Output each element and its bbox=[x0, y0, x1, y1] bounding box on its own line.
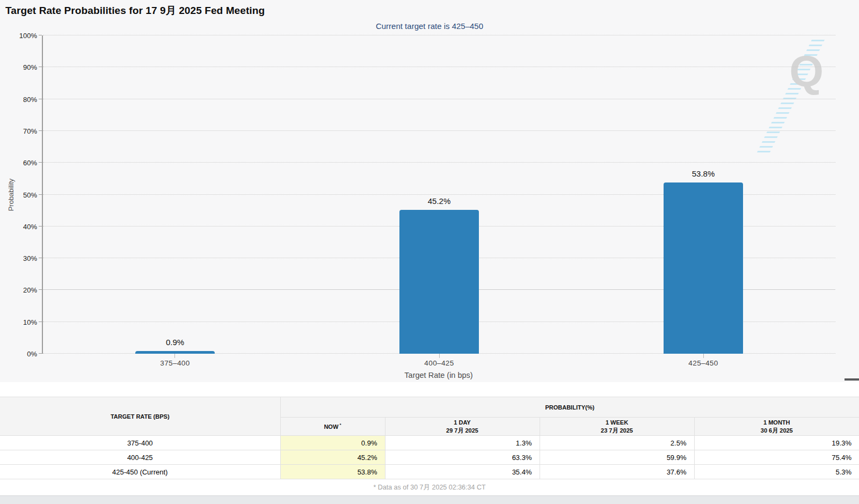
month-value-cell: 19.3% bbox=[694, 436, 859, 450]
y-tick-label: 100% bbox=[19, 32, 37, 40]
y-tick-label: 30% bbox=[23, 254, 37, 262]
y-axis-tick bbox=[39, 194, 42, 195]
y-tick-label: 90% bbox=[23, 63, 37, 71]
footnote: * Data as of 30 7月 2025 02:36:34 CT bbox=[0, 479, 859, 495]
y-tick-label: 10% bbox=[23, 318, 37, 326]
x-category-label: 425–450 bbox=[650, 359, 757, 367]
rate-cell: 375-400 bbox=[0, 436, 280, 450]
day-value-cell: 63.3% bbox=[385, 450, 540, 465]
col-header-probability-group: PROBABILITY(%) bbox=[280, 397, 859, 418]
table-row: 400-42545.2%63.3%59.9%75.4% bbox=[0, 450, 859, 465]
watermark-swoosh bbox=[751, 40, 831, 152]
x-axis-label: Target Rate (in bps) bbox=[42, 371, 835, 379]
chart-header: Target Rate Probabilities for 17 9月 2025… bbox=[0, 0, 859, 18]
col-header-now: NOW * bbox=[280, 418, 385, 436]
col-header-month: 1 MONTH30 6月 2025 bbox=[694, 418, 859, 436]
gridline bbox=[43, 67, 835, 67]
now-value-cell: 53.8% bbox=[280, 465, 385, 479]
chart-section: Target Rate Probabilities for 17 9月 2025… bbox=[0, 0, 859, 382]
x-axis-tick bbox=[439, 354, 440, 358]
x-axis-tick bbox=[174, 354, 175, 358]
week-value-cell: 2.5% bbox=[540, 436, 694, 450]
y-axis-tick bbox=[39, 130, 42, 131]
probability-table-section: TARGET RATE (BPS) PROBABILITY(%) NOW *1 … bbox=[0, 397, 859, 479]
y-axis-tick bbox=[39, 162, 42, 163]
gridline bbox=[43, 162, 835, 163]
rate-cell: 400-425 bbox=[0, 450, 280, 465]
page-title: Target Rate Probabilities for 17 9月 2025… bbox=[5, 4, 265, 18]
day-value-cell: 1.3% bbox=[385, 436, 540, 450]
y-axis-tick bbox=[39, 99, 42, 99]
x-category-label: 375–400 bbox=[121, 359, 229, 367]
month-value-cell: 5.3% bbox=[694, 465, 859, 479]
probability-bar bbox=[399, 210, 479, 354]
day-value-cell: 35.4% bbox=[385, 465, 540, 479]
table-row: 375-4000.9%1.3%2.5%19.3% bbox=[0, 436, 859, 450]
table-row: 425-450 (Current)53.8%35.4%37.6%5.3% bbox=[0, 465, 859, 479]
y-axis-tick bbox=[39, 353, 42, 354]
watermark-q-letter: Q bbox=[789, 49, 824, 93]
bar-value-label: 45.2% bbox=[396, 196, 482, 206]
gridline bbox=[43, 130, 835, 131]
col-header-target-rate: TARGET RATE (BPS) bbox=[0, 397, 280, 436]
bar-value-label: 0.9% bbox=[132, 338, 218, 347]
col-header-week: 1 WEEK23 7月 2025 bbox=[540, 418, 694, 436]
quikstrike-watermark: Q bbox=[760, 47, 825, 128]
y-tick-label: 40% bbox=[23, 222, 37, 230]
y-tick-label: 80% bbox=[23, 95, 37, 103]
chart-subtitle: Current target rate is 425–450 bbox=[0, 21, 859, 31]
gridline bbox=[43, 99, 835, 99]
chart-area: Probability Q 0%10%20%30%40%50%60%70%80%… bbox=[0, 35, 859, 379]
y-tick-label: 60% bbox=[23, 159, 37, 167]
y-tick-label: 20% bbox=[23, 286, 37, 294]
now-value-cell: 0.9% bbox=[280, 436, 385, 450]
y-axis-tick bbox=[39, 289, 42, 290]
bar-value-label: 53.8% bbox=[660, 169, 746, 178]
x-axis-tick bbox=[703, 354, 704, 358]
y-tick-label: 50% bbox=[23, 191, 37, 199]
week-value-cell: 37.6% bbox=[540, 465, 694, 479]
now-value-cell: 45.2% bbox=[280, 450, 385, 465]
bottom-strip bbox=[0, 495, 859, 504]
gridline bbox=[43, 35, 835, 35]
month-value-cell: 75.4% bbox=[694, 450, 859, 465]
col-header-day: 1 DAY29 7月 2025 bbox=[385, 418, 540, 436]
y-axis-tick bbox=[39, 258, 42, 258]
rate-cell: 425-450 (Current) bbox=[0, 465, 280, 479]
x-category-label: 400–425 bbox=[385, 359, 493, 367]
probability-table: TARGET RATE (BPS) PROBABILITY(%) NOW *1 … bbox=[0, 397, 859, 479]
week-value-cell: 59.9% bbox=[540, 450, 694, 465]
y-axis-label: Probability bbox=[7, 178, 15, 211]
probability-bar bbox=[664, 182, 743, 354]
y-axis-tick bbox=[39, 35, 42, 35]
y-tick-label: 70% bbox=[23, 127, 37, 135]
y-axis-tick bbox=[39, 226, 42, 227]
bar-chart-plot: Probability Q 0%10%20%30%40%50%60%70%80%… bbox=[42, 35, 835, 354]
y-axis-tick bbox=[39, 67, 42, 67]
y-axis-tick bbox=[39, 322, 42, 322]
y-tick-label: 0% bbox=[27, 350, 37, 358]
